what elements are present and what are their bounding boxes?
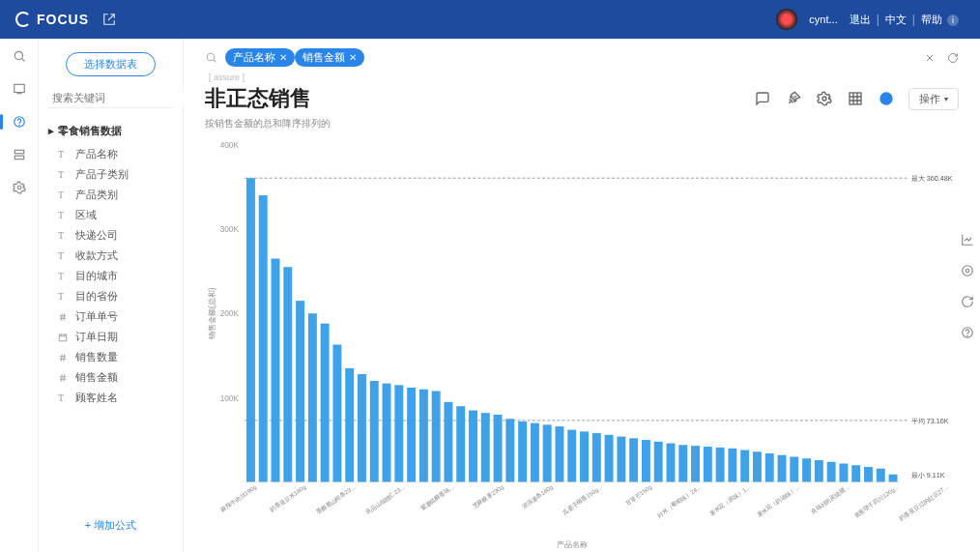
axis-settings-icon[interactable] bbox=[959, 231, 976, 248]
field-search[interactable] bbox=[48, 92, 173, 108]
bar[interactable] bbox=[790, 457, 798, 482]
bar[interactable] bbox=[605, 435, 614, 482]
chart-view-icon[interactable] bbox=[878, 90, 895, 107]
bar[interactable] bbox=[383, 384, 391, 482]
logout-link[interactable]: 退出 bbox=[850, 13, 871, 27]
rail-settings-icon[interactable] bbox=[12, 180, 27, 195]
bar[interactable] bbox=[332, 344, 341, 481]
bar[interactable] bbox=[802, 458, 811, 481]
chip-remove-icon[interactable]: ✕ bbox=[349, 52, 357, 63]
bar[interactable] bbox=[592, 433, 601, 482]
bar[interactable] bbox=[358, 374, 366, 482]
bar[interactable] bbox=[543, 424, 552, 481]
field-item[interactable]: T顾客姓名 bbox=[48, 388, 173, 408]
field-item[interactable]: 订单日期 bbox=[48, 327, 173, 347]
bar[interactable] bbox=[667, 444, 676, 482]
field-item[interactable]: T产品名称 bbox=[48, 144, 173, 164]
rail-search-icon[interactable] bbox=[12, 48, 27, 64]
query-chip[interactable]: 销售金额✕ bbox=[295, 48, 364, 67]
refresh-icon[interactable] bbox=[947, 52, 959, 64]
bar[interactable] bbox=[753, 451, 762, 481]
bar[interactable] bbox=[691, 446, 700, 482]
bar[interactable] bbox=[345, 368, 354, 482]
svg-text:平均 73.16K: 平均 73.16K bbox=[911, 418, 949, 425]
reload-icon[interactable] bbox=[959, 293, 976, 310]
help-circle-icon[interactable] bbox=[959, 324, 976, 341]
export-icon[interactable] bbox=[102, 13, 116, 26]
bar[interactable] bbox=[815, 460, 823, 482]
rail-data-icon[interactable] bbox=[12, 147, 27, 162]
bar[interactable] bbox=[321, 324, 330, 482]
bar[interactable] bbox=[308, 313, 317, 481]
bar[interactable] bbox=[419, 390, 428, 482]
bar[interactable] bbox=[877, 469, 885, 482]
bar[interactable] bbox=[296, 301, 304, 482]
bar[interactable] bbox=[518, 421, 527, 482]
bar[interactable] bbox=[728, 449, 736, 482]
bar[interactable] bbox=[456, 406, 465, 482]
field-item[interactable]: 销售数量 bbox=[48, 347, 173, 367]
bar[interactable] bbox=[889, 475, 898, 482]
lang-link[interactable]: 中文 bbox=[885, 13, 907, 27]
comment-icon[interactable] bbox=[754, 90, 771, 107]
username[interactable]: cynt... bbox=[809, 14, 837, 25]
svg-text:瓜蒌子椒香150g...: 瓜蒌子椒香150g... bbox=[561, 483, 603, 516]
bar[interactable] bbox=[432, 391, 441, 481]
bar[interactable] bbox=[469, 411, 477, 482]
field-item[interactable]: 订单单号 bbox=[48, 306, 173, 327]
add-formula-button[interactable]: + 增加公式 bbox=[48, 512, 173, 538]
field-item[interactable]: T收款方式 bbox=[48, 246, 173, 266]
bar[interactable] bbox=[531, 423, 539, 482]
bar[interactable] bbox=[864, 467, 873, 482]
bar[interactable] bbox=[778, 455, 787, 482]
field-item[interactable]: T区域 bbox=[48, 205, 173, 225]
bar[interactable] bbox=[394, 385, 403, 481]
field-item[interactable]: T产品子类别 bbox=[48, 164, 173, 185]
bar[interactable] bbox=[259, 195, 268, 482]
gear-icon[interactable] bbox=[816, 90, 833, 107]
help-link[interactable]: 帮助 i bbox=[921, 13, 959, 27]
pin-icon[interactable] bbox=[785, 90, 802, 107]
field-item[interactable]: T目的城市 bbox=[48, 266, 173, 286]
bar[interactable] bbox=[272, 259, 280, 482]
clear-query-icon[interactable] bbox=[924, 52, 936, 64]
bar[interactable] bbox=[283, 267, 292, 481]
bar[interactable] bbox=[505, 419, 514, 481]
field-item[interactable]: T快递公司 bbox=[48, 225, 173, 246]
bar[interactable] bbox=[407, 388, 416, 482]
bar[interactable] bbox=[370, 381, 379, 482]
bar[interactable] bbox=[716, 448, 725, 482]
bar[interactable] bbox=[642, 440, 650, 482]
bar[interactable] bbox=[740, 450, 749, 482]
bar[interactable] bbox=[629, 438, 638, 481]
operations-button[interactable]: 操作▾ bbox=[908, 88, 959, 110]
field-item[interactable]: T产品类别 bbox=[48, 185, 173, 205]
bar[interactable] bbox=[246, 178, 255, 481]
bar[interactable] bbox=[827, 462, 836, 482]
config-icon[interactable] bbox=[959, 262, 976, 279]
bar[interactable] bbox=[567, 430, 576, 482]
field-item[interactable]: 销售金额 bbox=[48, 367, 173, 388]
chip-remove-icon[interactable]: ✕ bbox=[279, 52, 287, 63]
bar[interactable] bbox=[481, 413, 490, 482]
bar[interactable] bbox=[851, 465, 860, 481]
bar[interactable] bbox=[494, 415, 503, 482]
bar[interactable] bbox=[617, 437, 625, 482]
select-table-button[interactable]: 选择数据表 bbox=[66, 52, 156, 76]
bar[interactable] bbox=[444, 402, 452, 482]
bar[interactable] bbox=[580, 431, 589, 481]
table-view-icon[interactable] bbox=[847, 90, 864, 107]
rail-board-icon[interactable] bbox=[12, 81, 27, 97]
bar[interactable] bbox=[555, 426, 563, 482]
bar[interactable] bbox=[678, 445, 687, 481]
bar[interactable] bbox=[704, 447, 712, 482]
bar[interactable] bbox=[839, 463, 848, 481]
avatar[interactable] bbox=[776, 9, 797, 30]
bar[interactable] bbox=[765, 453, 774, 482]
bar[interactable] bbox=[654, 442, 663, 482]
rail-question-icon[interactable] bbox=[12, 114, 27, 130]
query-chip[interactable]: 产品名称✕ bbox=[225, 48, 295, 67]
tree-header[interactable]: ▸零食销售数据 bbox=[48, 124, 173, 138]
field-search-input[interactable] bbox=[52, 92, 186, 103]
field-item[interactable]: T目的省份 bbox=[48, 286, 173, 306]
